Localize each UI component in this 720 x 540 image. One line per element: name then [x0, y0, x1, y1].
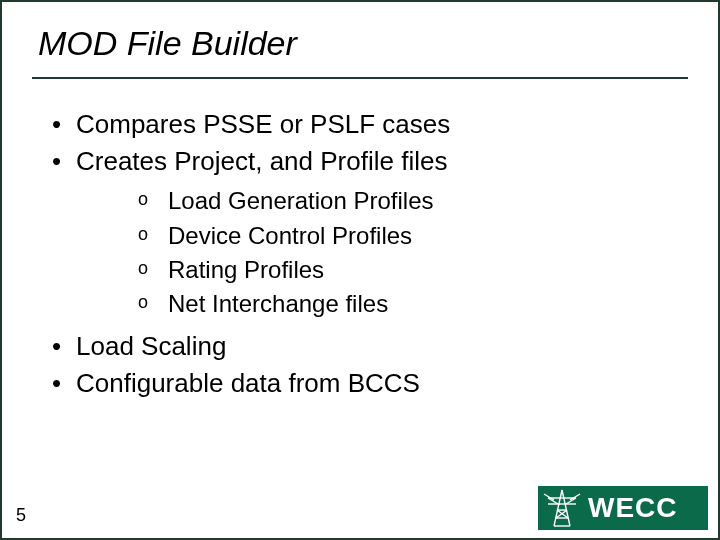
bullet-text: Compares PSSE or PSLF cases: [76, 109, 450, 139]
page-number: 5: [16, 505, 26, 526]
bullet-item: Compares PSSE or PSLF cases: [52, 107, 678, 142]
tower-icon: [542, 488, 582, 528]
logo-text: WECC: [588, 492, 678, 524]
bullet-text: Configurable data from BCCS: [76, 368, 420, 398]
wecc-logo: WECC: [538, 486, 708, 530]
sub-bullet-list: Load Generation Profiles Device Control …: [138, 185, 678, 321]
slide-body: Compares PSSE or PSLF cases Creates Proj…: [2, 79, 718, 401]
sub-bullet-item: Net Interchange files: [138, 288, 678, 320]
bullet-item: Load Scaling: [52, 329, 678, 364]
bullet-text: Creates Project, and Profile files: [76, 146, 447, 176]
sub-bullet-text: Load Generation Profiles: [168, 187, 434, 214]
slide: MOD File Builder Compares PSSE or PSLF c…: [0, 0, 720, 540]
bullet-item: Configurable data from BCCS: [52, 366, 678, 401]
sub-bullet-item: Load Generation Profiles: [138, 185, 678, 217]
sub-bullet-text: Net Interchange files: [168, 290, 388, 317]
sub-bullet-text: Device Control Profiles: [168, 222, 412, 249]
sub-bullet-item: Rating Profiles: [138, 254, 678, 286]
svg-line-1: [562, 490, 570, 526]
sub-bullet-item: Device Control Profiles: [138, 220, 678, 252]
slide-title: MOD File Builder: [2, 2, 718, 73]
svg-line-0: [554, 490, 562, 526]
bullet-item: Creates Project, and Profile files Load …: [52, 144, 678, 321]
bullet-list: Compares PSSE or PSLF cases Creates Proj…: [52, 107, 678, 401]
sub-bullet-text: Rating Profiles: [168, 256, 324, 283]
bullet-text: Load Scaling: [76, 331, 226, 361]
